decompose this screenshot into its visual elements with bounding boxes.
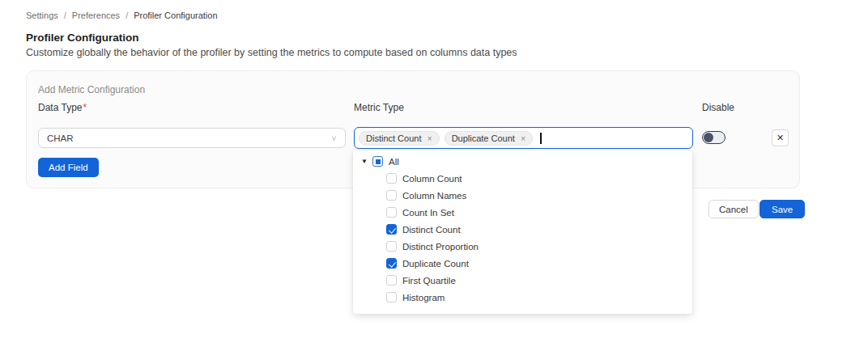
- page-subtitle: Customize globally the behavior of the p…: [26, 47, 517, 58]
- dropdown-option-histogram[interactable]: Histogram: [353, 289, 692, 306]
- metric-tag-label: Distinct Count: [366, 133, 421, 143]
- option-checkbox[interactable]: [386, 292, 397, 303]
- metric-type-dropdown: ▼ All Column Count Column Names Count In…: [353, 150, 692, 314]
- dropdown-option-label: Column Names: [402, 191, 466, 201]
- breadcrumb-separator: /: [126, 11, 128, 20]
- data-type-label-text: Data Type: [38, 102, 82, 113]
- dropdown-option-duplicate-count[interactable]: Duplicate Count: [353, 255, 692, 272]
- option-checkbox[interactable]: [386, 173, 397, 184]
- cancel-button[interactable]: Cancel: [708, 200, 759, 218]
- option-checkbox[interactable]: [386, 207, 397, 218]
- option-checkbox[interactable]: [386, 258, 397, 269]
- data-type-label: Data Type*: [38, 102, 87, 113]
- required-asterisk: *: [83, 102, 87, 113]
- dropdown-option-label: Distinct Count: [402, 225, 461, 235]
- panel-header: Add Metric Configuration: [38, 84, 145, 95]
- add-field-button[interactable]: Add Field: [38, 158, 99, 177]
- text-cursor: [540, 133, 542, 144]
- dropdown-option-first-quartile[interactable]: First Quartile: [353, 272, 692, 289]
- save-button[interactable]: Save: [760, 200, 805, 218]
- data-type-selected-value: CHAR: [47, 133, 331, 143]
- dropdown-option-distinct-proportion[interactable]: Distinct Proportion: [353, 238, 692, 255]
- tree-expand-caret-icon[interactable]: ▼: [361, 159, 371, 165]
- dropdown-option-label: Count In Set: [402, 208, 454, 218]
- option-checkbox[interactable]: [386, 241, 397, 252]
- option-checkbox[interactable]: [386, 190, 397, 201]
- metric-type-multiselect[interactable]: Distinct Count × Duplicate Count ×: [354, 127, 693, 149]
- all-checkbox[interactable]: [372, 156, 383, 167]
- toggle-knob: [704, 133, 713, 142]
- tag-remove-icon[interactable]: ×: [427, 133, 432, 143]
- option-checkbox[interactable]: [386, 224, 397, 235]
- dropdown-option-label: Distinct Proportion: [402, 242, 479, 252]
- metric-tag-label: Duplicate Count: [452, 133, 515, 143]
- disable-label: Disable: [702, 102, 734, 113]
- dropdown-option-label: Histogram: [402, 293, 445, 303]
- breadcrumb-settings[interactable]: Settings: [26, 11, 58, 20]
- dropdown-option-column-names[interactable]: Column Names: [353, 187, 692, 204]
- data-type-select[interactable]: CHAR ∨: [38, 128, 346, 148]
- remove-field-button[interactable]: ✕: [772, 129, 789, 146]
- metric-tag-distinct-count: Distinct Count ×: [359, 131, 440, 146]
- metric-tag-duplicate-count: Duplicate Count ×: [445, 131, 533, 146]
- tag-remove-icon[interactable]: ×: [521, 133, 525, 143]
- dropdown-option-label: Column Count: [402, 174, 462, 184]
- breadcrumb-preferences[interactable]: Preferences: [72, 11, 120, 20]
- breadcrumb-separator: /: [64, 11, 66, 20]
- dropdown-option-count-in-set[interactable]: Count In Set: [353, 204, 692, 221]
- option-checkbox[interactable]: [386, 275, 397, 286]
- dropdown-option-all[interactable]: ▼ All: [353, 153, 692, 170]
- dropdown-option-label: All: [389, 157, 399, 167]
- dropdown-option-label: First Quartile: [402, 276, 456, 286]
- dropdown-option-label: Duplicate Count: [402, 259, 469, 269]
- breadcrumb-profiler-configuration: Profiler Configuration: [134, 11, 217, 20]
- dropdown-option-distinct-count[interactable]: Distinct Count: [353, 221, 692, 238]
- disable-toggle[interactable]: [702, 131, 725, 144]
- chevron-down-icon: ∨: [331, 133, 337, 142]
- profiler-configuration-page: Settings / Preferences / Profiler Config…: [0, 0, 868, 364]
- metric-type-label: Metric Type: [354, 102, 404, 113]
- dropdown-option-column-count[interactable]: Column Count: [353, 170, 692, 187]
- page-title: Profiler Configuration: [26, 32, 139, 44]
- breadcrumb: Settings / Preferences / Profiler Config…: [26, 11, 218, 20]
